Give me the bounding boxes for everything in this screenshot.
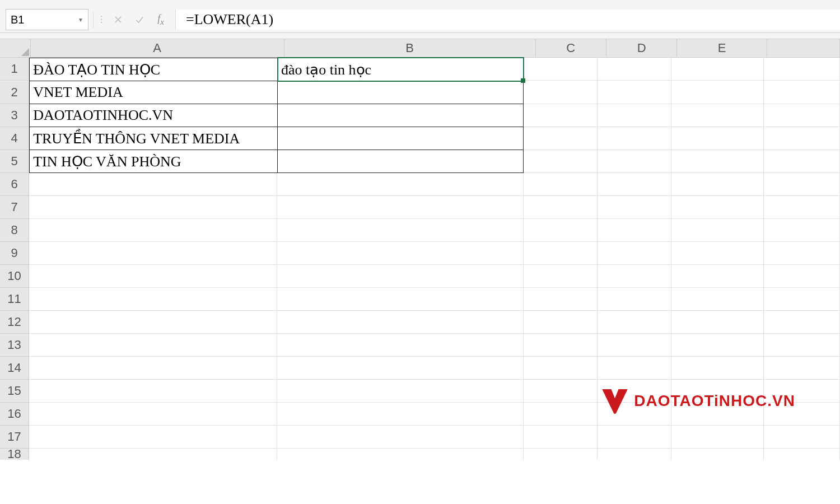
cell-B14[interactable] — [277, 357, 523, 380]
cell-D3[interactable] — [598, 104, 671, 127]
cell-D11[interactable] — [598, 288, 671, 311]
name-box[interactable]: B1 ▼ — [6, 9, 88, 30]
cell-A3[interactable]: DAOTAOTINHOC.VN — [29, 104, 278, 127]
row-header-7[interactable]: 7 — [0, 196, 29, 219]
row-header-1[interactable]: 1 — [0, 58, 29, 81]
cell-B10[interactable] — [277, 265, 523, 288]
cell-B6[interactable] — [277, 173, 523, 196]
cell-D8[interactable] — [598, 219, 671, 242]
cell-A12[interactable] — [29, 311, 277, 334]
cell-E3[interactable] — [671, 104, 763, 127]
col-header-C[interactable]: C — [536, 39, 606, 58]
cell-B4[interactable] — [278, 127, 524, 150]
row-header-13[interactable]: 13 — [0, 334, 29, 357]
cell-F13[interactable] — [764, 334, 840, 357]
row-header-3[interactable]: 3 — [0, 104, 29, 127]
row-header-5[interactable]: 5 — [0, 150, 29, 173]
row-header-9[interactable]: 9 — [0, 242, 29, 265]
cell-F14[interactable] — [764, 357, 840, 380]
cell-F2[interactable] — [764, 81, 840, 104]
cell-D10[interactable] — [598, 265, 671, 288]
cell-A2[interactable]: VNET MEDIA — [29, 81, 278, 104]
col-header-D[interactable]: D — [606, 39, 677, 58]
cell-C18[interactable] — [524, 449, 598, 460]
drag-handle-icon[interactable]: ⋮ — [97, 17, 106, 22]
cell-B15[interactable] — [277, 380, 523, 403]
cell-E13[interactable] — [671, 334, 764, 357]
cell-E11[interactable] — [671, 288, 764, 311]
cell-A5[interactable]: TIN HỌC VĂN PHÒNG — [29, 150, 278, 173]
col-header-E[interactable]: E — [677, 39, 767, 58]
cell-C9[interactable] — [524, 242, 598, 265]
cell-C2[interactable] — [524, 81, 598, 104]
cell-D5[interactable] — [598, 150, 671, 173]
spreadsheet-grid[interactable]: A B C D E 1 ĐÀO TẠO TIN HỌC đào tạo tin … — [0, 39, 840, 460]
cell-F3[interactable] — [764, 104, 840, 127]
cell-A15[interactable] — [29, 380, 277, 403]
cell-E2[interactable] — [671, 81, 763, 104]
cell-E1[interactable] — [671, 58, 763, 81]
row-header-12[interactable]: 12 — [0, 311, 29, 334]
cell-E17[interactable] — [671, 426, 764, 449]
cell-B16[interactable] — [277, 403, 523, 426]
cell-D14[interactable] — [598, 357, 671, 380]
cell-B12[interactable] — [277, 311, 523, 334]
row-header-11[interactable]: 11 — [0, 288, 29, 311]
cell-B1[interactable]: đào tạo tin học — [278, 58, 524, 81]
cell-E18[interactable] — [671, 449, 764, 460]
select-all-corner[interactable] — [0, 39, 31, 58]
col-header-extra[interactable] — [767, 39, 840, 58]
cell-C14[interactable] — [524, 357, 598, 380]
cell-D2[interactable] — [598, 81, 671, 104]
cell-A9[interactable] — [29, 242, 277, 265]
cell-A17[interactable] — [29, 426, 277, 449]
cell-C5[interactable] — [524, 150, 598, 173]
cell-B7[interactable] — [277, 196, 523, 219]
cell-C12[interactable] — [524, 311, 598, 334]
cell-F11[interactable] — [764, 288, 840, 311]
fx-icon[interactable]: fx — [152, 10, 170, 30]
cell-B11[interactable] — [277, 288, 523, 311]
cell-B5[interactable] — [278, 150, 524, 173]
cell-B3[interactable] — [278, 104, 524, 127]
cell-D12[interactable] — [598, 311, 671, 334]
cell-F6[interactable] — [764, 173, 840, 196]
cell-F1[interactable] — [764, 58, 840, 81]
cell-A14[interactable] — [29, 357, 277, 380]
row-header-8[interactable]: 8 — [0, 219, 29, 242]
cell-B2[interactable] — [278, 81, 524, 104]
row-header-18[interactable]: 18 — [0, 449, 29, 460]
cancel-icon[interactable] — [109, 10, 127, 30]
cell-F10[interactable] — [764, 265, 840, 288]
cell-E14[interactable] — [671, 357, 764, 380]
cell-C7[interactable] — [524, 196, 598, 219]
cell-C4[interactable] — [524, 127, 598, 150]
cell-C13[interactable] — [524, 334, 598, 357]
cell-F18[interactable] — [764, 449, 840, 460]
cell-B18[interactable] — [277, 449, 523, 460]
cell-B17[interactable] — [277, 426, 523, 449]
cell-C1[interactable] — [524, 58, 598, 81]
row-header-15[interactable]: 15 — [0, 380, 29, 403]
row-header-10[interactable]: 10 — [0, 265, 29, 288]
cell-C6[interactable] — [524, 173, 598, 196]
cell-C8[interactable] — [524, 219, 598, 242]
cell-A16[interactable] — [29, 403, 277, 426]
formula-input[interactable]: =LOWER(A1) — [175, 10, 840, 30]
cell-A8[interactable] — [29, 219, 277, 242]
cell-E5[interactable] — [671, 150, 763, 173]
cell-E6[interactable] — [671, 173, 764, 196]
name-box-dropdown-icon[interactable]: ▼ — [78, 17, 83, 22]
cell-F4[interactable] — [764, 127, 840, 150]
cell-F7[interactable] — [764, 196, 840, 219]
cell-A10[interactable] — [29, 265, 277, 288]
cell-A7[interactable] — [29, 196, 277, 219]
cell-A13[interactable] — [29, 334, 277, 357]
cell-D9[interactable] — [598, 242, 671, 265]
row-header-2[interactable]: 2 — [0, 81, 29, 104]
cell-E10[interactable] — [671, 265, 764, 288]
cell-F9[interactable] — [764, 242, 840, 265]
cell-E8[interactable] — [671, 219, 764, 242]
row-header-4[interactable]: 4 — [0, 127, 29, 150]
row-header-6[interactable]: 6 — [0, 173, 29, 196]
